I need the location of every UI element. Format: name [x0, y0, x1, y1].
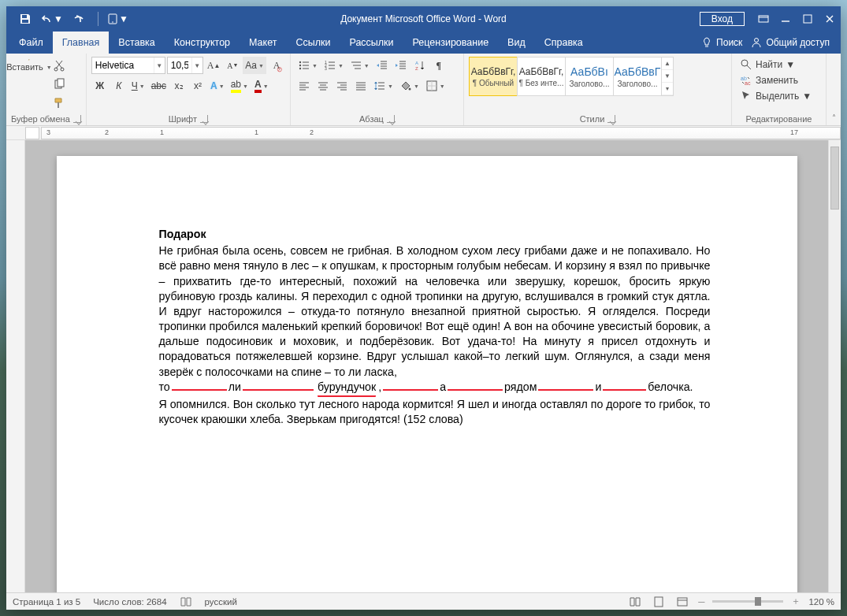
- svg-rect-1: [22, 20, 28, 23]
- paste-button[interactable]: Вставить▼: [11, 57, 47, 74]
- font-size-input[interactable]: [168, 58, 191, 73]
- status-page[interactable]: Страница 1 из 5: [13, 597, 80, 607]
- show-marks-button[interactable]: ¶: [430, 57, 448, 74]
- dialog-launcher-icon[interactable]: [607, 115, 615, 123]
- change-case-button[interactable]: Aa▼: [243, 57, 266, 74]
- copy-button[interactable]: [50, 76, 68, 93]
- clear-format-button[interactable]: A⊘: [268, 57, 285, 74]
- shading-button[interactable]: ▼: [397, 77, 422, 95]
- tab-help[interactable]: Справка: [535, 32, 593, 54]
- tab-mailings[interactable]: Рассылки: [340, 32, 403, 54]
- sort-button[interactable]: AZ: [411, 57, 429, 74]
- document-page[interactable]: Подарок Не грибная была осень, совсем не…: [57, 156, 797, 592]
- tab-insert[interactable]: Вставка: [109, 32, 164, 54]
- ruler-corner[interactable]: [25, 127, 39, 139]
- collapse-ribbon-button[interactable]: ˄: [832, 113, 836, 122]
- justify-button[interactable]: [352, 77, 370, 95]
- save-button[interactable]: [14, 8, 36, 30]
- touch-mode-button[interactable]: ▼: [106, 8, 128, 30]
- styles-scroll[interactable]: ▲▼▾: [661, 57, 674, 96]
- find-button[interactable]: Найти▼: [737, 57, 798, 72]
- tab-design[interactable]: Конструктор: [165, 32, 240, 54]
- clipboard-icon: [17, 59, 41, 61]
- underline-button[interactable]: Ч▼: [129, 77, 147, 95]
- chevron-up-icon[interactable]: ▲: [662, 58, 673, 70]
- style-heading2[interactable]: АаБбВвГЗаголово...: [613, 57, 662, 96]
- superscript-button[interactable]: x²: [189, 77, 206, 95]
- select-button[interactable]: Выделить▼: [737, 88, 815, 104]
- subscript-button[interactable]: x₂: [170, 77, 188, 95]
- status-language[interactable]: русский: [205, 597, 237, 607]
- zoom-slider[interactable]: [712, 600, 783, 603]
- chevron-down-icon[interactable]: ▼: [191, 58, 202, 73]
- dialog-launcher-icon[interactable]: [73, 115, 81, 123]
- tab-references[interactable]: Ссылки: [286, 32, 340, 54]
- grow-font-button[interactable]: A▲: [205, 57, 223, 74]
- document-body[interactable]: Подарок Не грибная была осень, совсем не…: [159, 227, 711, 427]
- redo-button[interactable]: [68, 8, 90, 30]
- chevron-down-icon[interactable]: ▼: [662, 70, 673, 83]
- sign-in-button[interactable]: Вход: [700, 12, 745, 26]
- view-web-button[interactable]: [674, 596, 690, 608]
- tell-me-search[interactable]: Поиск: [700, 36, 742, 49]
- horizontal-ruler[interactable]: 3211217: [41, 127, 841, 139]
- format-painter-button[interactable]: [50, 95, 68, 112]
- close-button[interactable]: [819, 8, 841, 30]
- strike-button[interactable]: abc: [149, 77, 169, 95]
- tab-review[interactable]: Рецензирование: [403, 32, 499, 54]
- bold-button[interactable]: Ж: [91, 77, 109, 95]
- svg-point-6: [755, 39, 759, 43]
- font-size-combo[interactable]: ▼: [167, 57, 203, 74]
- font-name-combo[interactable]: ▼: [91, 57, 165, 74]
- scrollbar-thumb[interactable]: [830, 147, 839, 210]
- style-no-spacing[interactable]: АаБбВвГг,¶ Без инте...: [517, 57, 566, 96]
- zoom-value[interactable]: 120 %: [808, 597, 834, 607]
- tab-layout[interactable]: Макет: [240, 32, 286, 54]
- dialog-launcher-icon[interactable]: [387, 115, 395, 123]
- styles-gallery[interactable]: АаБбВвГг,¶ Обычный АаБбВвГг,¶ Без инте..…: [469, 57, 674, 96]
- view-print-button[interactable]: [651, 596, 667, 608]
- status-words[interactable]: Число слов: 2684: [93, 597, 166, 607]
- document-viewport[interactable]: Подарок Не грибная была осень, совсем не…: [6, 140, 841, 592]
- status-proofing[interactable]: [180, 596, 192, 608]
- multilevel-button[interactable]: ▼: [347, 57, 372, 74]
- line-spacing-button[interactable]: ▼: [371, 77, 396, 95]
- outdent-button[interactable]: [373, 57, 391, 74]
- align-left-button[interactable]: [295, 77, 313, 95]
- text-effects-button[interactable]: A▼: [208, 77, 227, 95]
- font-color-button[interactable]: A▼: [252, 77, 271, 95]
- highlight-button[interactable]: ab▼: [228, 77, 251, 95]
- vertical-ruler[interactable]: [6, 140, 25, 592]
- more-icon[interactable]: ▾: [662, 83, 673, 95]
- tab-home[interactable]: Главная: [53, 32, 110, 54]
- font-name-input[interactable]: [92, 58, 154, 73]
- style-heading1[interactable]: АаБбВıЗаголово...: [565, 57, 614, 96]
- numbering-button[interactable]: 123▼: [321, 57, 346, 74]
- align-right-button[interactable]: [333, 77, 351, 95]
- indent-button[interactable]: [392, 57, 410, 74]
- multilevel-icon: [350, 59, 362, 72]
- minimize-button[interactable]: [775, 8, 797, 30]
- shrink-font-button[interactable]: A▼: [224, 57, 241, 74]
- replace-button[interactable]: abacЗаменить: [737, 72, 801, 88]
- italic-button[interactable]: К: [110, 77, 128, 95]
- share-button[interactable]: Общий доступ: [750, 36, 830, 49]
- undo-button[interactable]: ▼: [41, 8, 63, 30]
- horizontal-ruler-row: 3211217: [6, 126, 841, 140]
- tab-view[interactable]: Вид: [498, 32, 535, 54]
- dialog-launcher-icon[interactable]: [200, 115, 208, 123]
- style-normal[interactable]: АаБбВвГг,¶ Обычный: [469, 57, 518, 96]
- vertical-scrollbar[interactable]: [828, 140, 841, 592]
- view-read-button[interactable]: [627, 596, 643, 608]
- maximize-button[interactable]: [797, 8, 819, 30]
- group-paragraph: ▼ 123▼ ▼ AZ ¶ ▼ ▼ ▼ Абза: [291, 54, 464, 125]
- ribbon-display-button[interactable]: [752, 8, 775, 30]
- tab-file[interactable]: Файл: [9, 32, 53, 54]
- zoom-thumb[interactable]: [755, 597, 761, 606]
- align-center-button[interactable]: [314, 77, 332, 95]
- chevron-down-icon[interactable]: ▼: [154, 58, 165, 73]
- borders-button[interactable]: ▼: [423, 77, 448, 95]
- cut-button[interactable]: [50, 57, 68, 74]
- bullets-button[interactable]: ▼: [295, 57, 320, 74]
- quick-access-toolbar: ▼ ▼: [6, 8, 128, 30]
